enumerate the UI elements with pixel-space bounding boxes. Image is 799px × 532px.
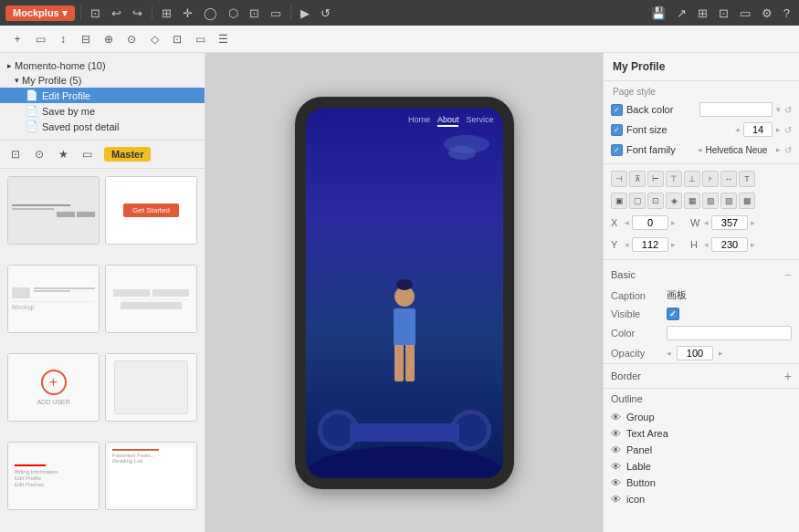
x-left-icon[interactable]: ◂	[625, 218, 629, 227]
inspect-icon[interactable]: ⊡	[715, 5, 732, 22]
thumbnail-item[interactable]	[105, 265, 197, 333]
border-add-icon[interactable]: +	[784, 369, 792, 383]
thumbnail-item[interactable]: Billing Information Edit Profile Edit Pu…	[7, 442, 100, 510]
caption-value[interactable]: 画板	[667, 288, 792, 302]
align-d-icon[interactable]: ◈	[666, 193, 682, 209]
outline-section-header[interactable]: Outline	[604, 388, 799, 409]
color-swatch[interactable]	[667, 326, 792, 340]
tree-item-myprofile[interactable]: ▾ My Profile (5)	[0, 73, 205, 88]
h-left-icon[interactable]: ◂	[704, 240, 709, 249]
eye-button-icon[interactable]: 👁	[611, 477, 621, 488]
thumbnail-item[interactable]	[105, 353, 197, 422]
tree-item-momento[interactable]: ▸ Momento-home (10)	[0, 58, 205, 73]
w-left-icon[interactable]: ◂	[704, 218, 709, 227]
h-value[interactable]: 230	[711, 237, 748, 252]
tree-item-editprofile[interactable]: 📄 Edit Profile	[0, 88, 205, 103]
minus-tool-icon[interactable]: ⊟	[76, 29, 96, 49]
diamond-icon[interactable]: ◇	[144, 29, 164, 49]
font-family-left-icon[interactable]: ◂	[698, 145, 702, 154]
x-right-icon[interactable]: ▸	[671, 218, 676, 227]
align-center-v-icon[interactable]: ⊥	[684, 171, 700, 187]
add-tool-icon[interactable]: +	[7, 29, 27, 49]
y-right-icon[interactable]: ▸	[671, 240, 676, 249]
align-c-icon[interactable]: ⊡	[647, 193, 664, 209]
outline-item-panel[interactable]: 👁 Panel	[604, 442, 799, 458]
rect-icon[interactable]: ▭	[267, 5, 285, 22]
font-size-checkbox[interactable]: ✓	[611, 124, 623, 136]
thumbnail-item[interactable]	[7, 176, 100, 245]
font-size-refresh-icon[interactable]: ↺	[784, 125, 792, 135]
eye-icon-icon[interactable]: 👁	[611, 494, 621, 505]
plus-icon[interactable]: ✛	[179, 5, 196, 22]
back-color-swatch[interactable]	[699, 102, 773, 117]
eye-textarea-icon[interactable]: 👁	[611, 428, 621, 439]
share-icon[interactable]: ↗	[673, 5, 690, 22]
eye-lable-icon[interactable]: 👁	[611, 461, 621, 472]
brand-button[interactable]: Mockplus ▾	[5, 5, 75, 21]
w-value[interactable]: 357	[711, 215, 748, 230]
star-icon[interactable]: ★	[53, 144, 73, 164]
play-icon[interactable]: ▶	[297, 5, 313, 22]
font-size-value[interactable]: 14	[743, 122, 773, 137]
visible-checkbox[interactable]: ✓	[667, 308, 679, 320]
undo-icon[interactable]: ⊡	[87, 5, 104, 22]
device-icon[interactable]: ▭	[736, 5, 754, 22]
settings-icon[interactable]: ⚙	[758, 5, 776, 22]
components-icon[interactable]: ⊞	[694, 5, 711, 22]
border-section-header[interactable]: Border +	[604, 363, 799, 388]
font-family-refresh-icon[interactable]: ↺	[784, 145, 792, 155]
w-right-icon[interactable]: ▸	[751, 218, 755, 227]
outline-item-textarea[interactable]: 👁 Text Area	[604, 425, 799, 442]
h-right-icon[interactable]: ▸	[751, 240, 755, 249]
nav-service[interactable]: Service	[466, 115, 493, 127]
align-b-icon[interactable]: ▢	[629, 193, 646, 209]
align-a-icon[interactable]: ▣	[611, 193, 627, 209]
font-size-right-icon[interactable]: ▸	[776, 125, 781, 134]
zoom-out-icon[interactable]: ⊙	[121, 29, 142, 49]
outline-item-lable[interactable]: 👁 Lable	[604, 458, 799, 475]
eye-panel-icon[interactable]: 👁	[611, 444, 621, 455]
rect-tool-icon[interactable]: ▭	[30, 29, 50, 49]
outline-item-icon[interactable]: 👁 icon	[604, 491, 799, 507]
refresh-icon[interactable]: ↺	[317, 5, 334, 22]
cube-icon[interactable]: ⊡	[5, 144, 26, 164]
font-size-left-icon[interactable]: ◂	[735, 125, 740, 134]
nav-home[interactable]: Home	[408, 115, 430, 127]
redo-icon[interactable]: ↩	[108, 5, 125, 22]
align-e-icon[interactable]: ▦	[684, 193, 700, 209]
page-icon[interactable]: ▭	[190, 29, 210, 49]
basic-collapse-icon[interactable]: −	[784, 267, 792, 282]
rect-tool2-icon[interactable]: ▭	[77, 144, 97, 164]
help-icon[interactable]: ?	[780, 5, 794, 22]
align-g-icon[interactable]: ▨	[720, 193, 737, 209]
back-color-checkbox[interactable]: ✓	[611, 104, 623, 116]
y-left-icon[interactable]: ◂	[625, 240, 629, 249]
opacity-value[interactable]: 100	[677, 346, 713, 360]
layout-icon[interactable]: ⊡	[167, 29, 187, 49]
list-icon[interactable]: ☰	[213, 29, 233, 49]
thumbnail-item[interactable]: Mockup	[7, 265, 100, 333]
align-bottom-icon[interactable]: ⊦	[702, 171, 719, 187]
align-f-icon[interactable]: ▧	[702, 193, 719, 209]
square-icon[interactable]: ⊡	[246, 5, 263, 22]
redo2-icon[interactable]: ↪	[129, 5, 146, 22]
grid-icon[interactable]: ⊞	[158, 5, 175, 22]
tree-item-savedpost[interactable]: 📄 Saved post detail	[0, 119, 205, 134]
eye-group-icon[interactable]: 👁	[611, 412, 621, 422]
hex-icon[interactable]: ⬡	[225, 5, 242, 22]
zoom-in-icon[interactable]: ⊕	[99, 29, 119, 49]
save-icon[interactable]: 💾	[647, 5, 669, 22]
circle-tool-icon[interactable]: ⊙	[29, 144, 49, 164]
align-center-h-icon[interactable]: ⊼	[629, 171, 646, 187]
thumbnail-item[interactable]: Get Started	[105, 176, 197, 245]
nav-about[interactable]: About	[437, 115, 459, 127]
thumbnail-item[interactable]: Favorited Posts... Reading List	[105, 442, 197, 510]
tree-item-savebyme[interactable]: 📄 Save by me	[0, 103, 205, 119]
align-right-icon[interactable]: ⊢	[647, 171, 664, 187]
font-family-right-icon[interactable]: ▸	[776, 145, 781, 154]
text-icon[interactable]: T	[739, 171, 755, 187]
thumbnail-item[interactable]: + ADD USER	[7, 353, 100, 422]
opacity-right-icon[interactable]: ▸	[719, 349, 723, 358]
align-left-icon[interactable]: ⊣	[611, 171, 627, 187]
font-family-checkbox[interactable]: ✓	[611, 144, 623, 156]
